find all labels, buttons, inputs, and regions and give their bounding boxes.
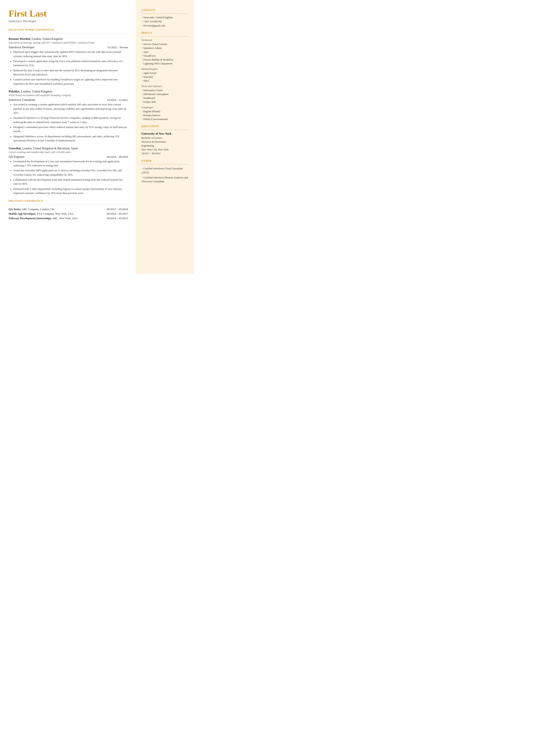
edu-location: New York City, New York: [141, 148, 188, 152]
skill-item: Workbench: [141, 97, 188, 100]
resume-container: First Last Salesforce Developer RELEVANT…: [0, 0, 194, 274]
edu-field1: Electrical & Electronics: [141, 140, 188, 144]
job-3-desc: Career training and membership SaaS with…: [9, 151, 128, 154]
other-section: OTHER Certified Salesforce Cloud Consult…: [141, 159, 188, 183]
list-item: Succeeded in creating a custom applicati…: [14, 102, 128, 115]
prev-job-3-row: Software Development (Internship), ABC, …: [9, 216, 128, 220]
applicant-name: First Last: [9, 9, 128, 18]
contact-email: first.last@gmail.com: [141, 24, 188, 27]
skill-item: SDLC: [141, 79, 188, 83]
contact-divider: [141, 14, 188, 14]
job-2-row: Salesforce Consultant 10/2020 – 12/2021: [9, 98, 128, 102]
languages-label: Languages:: [141, 106, 188, 109]
list-item: Collaborated with the development team a…: [14, 178, 128, 186]
other-heading: OTHER: [141, 159, 188, 162]
prev-job-1-left: QA Tester, ABC Company, London, UK: [9, 208, 54, 211]
edu-school: University of New York: [141, 132, 188, 136]
contact-section: CONTACT Newcastle, United Kingdom +44 0 …: [141, 9, 188, 27]
tools-label: Tools and Software:: [141, 85, 188, 88]
contact-heading: CONTACT: [141, 9, 188, 12]
job-3-location: London, United Kingdom & Barcelona, Spai…: [22, 147, 78, 150]
edu-degree: Bachelor of Science: [141, 136, 188, 140]
job-2-dates: 10/2020 – 12/2021: [107, 98, 128, 102]
skill-item: Eclipse IDE: [141, 100, 188, 104]
list-item: Designed 3 automated processes which red…: [14, 125, 128, 134]
skills-section: SKILLS Technical: Service Cloud Console …: [141, 31, 188, 121]
other-item: Certified Salesforce Cloud Consultant (2…: [141, 167, 188, 174]
skill-item: Process Builder & Workflow: [141, 58, 188, 61]
previous-exp-heading: PREVIOUS EXPERIENCE: [9, 199, 128, 203]
list-item: Introduced Salesforce to 10 large financ…: [14, 116, 128, 124]
skill-item: Salesforce Admin: [141, 46, 188, 50]
education-section: EDUCATION University of New York Bachelo…: [141, 125, 188, 155]
job-2-bullets: Succeeded in creating a custom applicati…: [9, 102, 128, 143]
job-2-title: Salesforce Consultant: [9, 98, 35, 102]
job-3-header: Growthsi, London, United Kingdom & Barce…: [9, 146, 128, 150]
technical-label: Technical:: [141, 39, 188, 42]
contact-phone: +44 0 123456789: [141, 20, 188, 23]
job-3-bullets: Overhauled the development of 2 new test…: [9, 159, 128, 195]
skill-item: Apex: [141, 50, 188, 54]
job-2-desc: NYSE-listed recruitment and employer bra…: [9, 94, 128, 97]
job-1-dates: 01/2022 – Present: [108, 46, 128, 49]
job-1-bullets: Deployed Apex triggers that automaticall…: [9, 50, 128, 86]
prev-job-2-row: Mobile App Developer, XYZ Company, New Y…: [9, 212, 128, 215]
skill-item: VisualForce: [141, 54, 188, 58]
edu-field2: Engineering: [141, 144, 188, 148]
job-3-dates: 06/2018 – 09/2020: [107, 155, 128, 159]
prev-job-1-row: QA Tester, ABC Company, London, UK 06/20…: [9, 208, 128, 211]
job-1-header: Resume Worded, London, United Kingdom: [9, 37, 128, 41]
list-item: Integrated Salesforce across 18 departme…: [14, 134, 128, 143]
job-1-row: Salesforce Developer 01/2022 – Present: [9, 46, 128, 49]
job-1-title: Salesforce Developer: [9, 46, 35, 49]
prev-job-3-title-rest: ABC, New York, USA: [51, 216, 77, 220]
skill-item: Agile Scrum: [141, 71, 188, 75]
education-heading: EDUCATION: [141, 125, 188, 128]
list-item: Partnered with 5 other departments inclu…: [14, 187, 128, 195]
skills-divider: [141, 36, 188, 37]
prev-job-2-title-bold: Mobile App Developer,: [9, 212, 36, 215]
job-1-desc: Education technology startup with 50+ em…: [9, 41, 128, 44]
contact-address: Newcastle, United Kingdom: [141, 16, 188, 19]
prev-job-2-title-rest: XYZ Company, New York, USA: [36, 212, 74, 215]
edu-dates: 10/2011 - 06/2014: [141, 152, 188, 155]
prev-job-1-title-bold: QA Tester,: [9, 208, 21, 211]
job-3-row: QA Engineer 06/2018 – 09/2020: [9, 155, 128, 159]
skill-item: Service Cloud Console: [141, 43, 188, 46]
left-column: First Last Salesforce Developer RELEVANT…: [0, 0, 136, 274]
skill-item: English (Fluent): [141, 110, 188, 113]
skill-item: Waterfall: [141, 75, 188, 79]
skill-item: Persian (Native): [141, 114, 188, 117]
skills-heading: SKILLS: [141, 31, 188, 35]
list-item: Created custom user-interfaces by buildi…: [14, 78, 128, 86]
job-2-company: Polyhire,: [9, 90, 20, 93]
skill-item: Lightning Web Components: [141, 62, 188, 65]
job-2-header: Polyhire, London, United Kingdom: [9, 90, 128, 93]
applicant-title: Salesforce Developer: [9, 19, 128, 23]
section-divider-prev: [9, 204, 128, 205]
prev-job-1-dates: 06/2017 – 05/2018: [107, 208, 128, 211]
skill-item: Dell Boomi Atmosphere: [141, 93, 188, 96]
right-column: CONTACT Newcastle, United Kingdom +44 0 …: [136, 0, 194, 274]
list-item: Tested the Growthsi MP3 application on 1…: [14, 169, 128, 177]
job-3-company: Growthsi,: [9, 147, 21, 150]
prev-job-1-title-rest: ABC Company, London, UK: [21, 208, 54, 211]
job-2-location: London, United Kingdom: [21, 90, 52, 93]
job-3-title: QA Engineer: [9, 155, 24, 159]
skill-item: Informatica Cloud: [141, 89, 188, 92]
prev-job-3-title-bold: Software Development (Internship),: [9, 216, 51, 220]
skill-item: Polish (Conversational): [141, 118, 188, 121]
list-item: Overhauled the development of 2 new test…: [14, 159, 128, 168]
job-1-location: London, United Kingdom: [31, 37, 63, 41]
job-1-company: Resume Worded,: [9, 37, 31, 41]
relevant-work-heading: RELEVANT WORK EXPERIENCE: [9, 28, 128, 32]
prev-job-2-dates: 06/2016 – 05/2017: [107, 212, 128, 215]
prev-job-3-left: Software Development (Internship), ABC, …: [9, 216, 77, 220]
list-item: Deployed Apex triggers that automaticall…: [14, 50, 128, 58]
prev-job-2-left: Mobile App Developer, XYZ Company, New Y…: [9, 212, 74, 215]
list-item: Developed a custom application using the…: [14, 59, 128, 68]
other-item: Certified Salesforce Einstein Analytics …: [141, 176, 188, 183]
list-item: Reduced the time it took to enter data i…: [14, 69, 128, 77]
methodologies-label: Methodologies:: [141, 68, 188, 71]
prev-job-3-dates: 09/2014 – 05/2015: [107, 216, 128, 220]
